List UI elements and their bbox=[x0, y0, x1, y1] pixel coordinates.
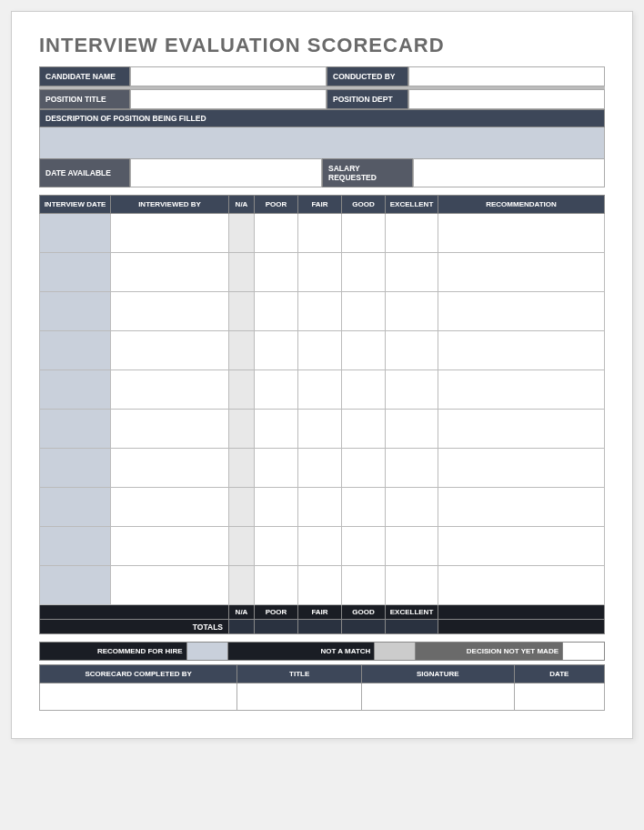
cell-poor[interactable] bbox=[255, 449, 298, 488]
cell-excellent[interactable] bbox=[386, 214, 438, 253]
cell-interview-date[interactable] bbox=[40, 527, 111, 566]
cell-recommendation[interactable] bbox=[438, 449, 605, 488]
cell-fair[interactable] bbox=[298, 449, 342, 488]
cell-excellent[interactable] bbox=[386, 253, 438, 292]
cell-excellent[interactable] bbox=[386, 292, 438, 331]
cell-excellent[interactable] bbox=[386, 449, 438, 488]
cell-excellent[interactable] bbox=[386, 566, 438, 605]
cell-na[interactable] bbox=[229, 214, 255, 253]
cell-interview-date[interactable] bbox=[40, 370, 111, 410]
cell-na[interactable] bbox=[229, 331, 255, 370]
input-completed-by[interactable] bbox=[40, 683, 237, 711]
input-position-title[interactable] bbox=[130, 89, 327, 109]
cell-good[interactable] bbox=[342, 449, 386, 488]
cell-fair[interactable] bbox=[298, 488, 342, 527]
cell-poor[interactable] bbox=[255, 410, 298, 449]
cell-recommendation[interactable] bbox=[438, 410, 605, 449]
input-conducted-by[interactable] bbox=[408, 66, 605, 86]
cell-interview-date[interactable] bbox=[40, 292, 111, 331]
cell-good[interactable] bbox=[342, 566, 386, 605]
input-signoff-title[interactable] bbox=[237, 683, 362, 711]
cell-interviewed-by[interactable] bbox=[111, 253, 229, 292]
cell-interviewed-by[interactable] bbox=[111, 410, 229, 449]
cell-recommendation[interactable] bbox=[438, 331, 605, 370]
cell-na[interactable] bbox=[229, 370, 255, 410]
input-signature[interactable] bbox=[361, 683, 514, 711]
cell-good[interactable] bbox=[342, 331, 386, 370]
cell-fair[interactable] bbox=[298, 527, 342, 566]
cell-interviewed-by[interactable] bbox=[111, 292, 229, 331]
cell-good[interactable] bbox=[342, 214, 386, 253]
input-candidate-name[interactable] bbox=[130, 66, 327, 86]
cell-poor[interactable] bbox=[255, 488, 298, 527]
input-date-available[interactable] bbox=[130, 158, 322, 187]
total-na[interactable] bbox=[229, 620, 255, 634]
cell-recommendation[interactable] bbox=[438, 292, 605, 331]
cell-interviewed-by[interactable] bbox=[111, 370, 229, 410]
cell-poor[interactable] bbox=[255, 253, 298, 292]
cell-recommendation[interactable] bbox=[438, 488, 605, 527]
cell-na[interactable] bbox=[229, 488, 255, 527]
cell-fair[interactable] bbox=[298, 410, 342, 449]
cell-interviewed-by[interactable] bbox=[111, 449, 229, 488]
input-position-dept[interactable] bbox=[408, 89, 605, 109]
checkbox-not-match[interactable] bbox=[375, 643, 416, 660]
cell-poor[interactable] bbox=[255, 370, 298, 410]
cell-na[interactable] bbox=[229, 527, 255, 566]
cell-fair[interactable] bbox=[298, 214, 342, 253]
cell-interviewed-by[interactable] bbox=[111, 331, 229, 370]
checkbox-not-yet[interactable] bbox=[563, 643, 604, 660]
cell-interviewed-by[interactable] bbox=[111, 214, 229, 253]
cell-fair[interactable] bbox=[298, 370, 342, 410]
cell-fair[interactable] bbox=[298, 292, 342, 331]
total-poor[interactable] bbox=[255, 620, 298, 634]
cell-good[interactable] bbox=[342, 253, 386, 292]
cell-good[interactable] bbox=[342, 370, 386, 410]
cell-excellent[interactable] bbox=[386, 370, 438, 410]
total-fair[interactable] bbox=[298, 620, 342, 634]
cell-recommendation[interactable] bbox=[438, 253, 605, 292]
cell-poor[interactable] bbox=[255, 214, 298, 253]
th-completed-by: SCORECARD COMPLETED BY bbox=[40, 665, 237, 683]
cell-na[interactable] bbox=[229, 253, 255, 292]
cell-poor[interactable] bbox=[255, 331, 298, 370]
cell-interview-date[interactable] bbox=[40, 410, 111, 449]
cell-good[interactable] bbox=[342, 410, 386, 449]
cell-interviewed-by[interactable] bbox=[111, 527, 229, 566]
cell-recommendation[interactable] bbox=[438, 566, 605, 605]
cell-na[interactable] bbox=[229, 566, 255, 605]
input-salary-requested[interactable] bbox=[413, 158, 605, 187]
cell-excellent[interactable] bbox=[386, 488, 438, 527]
cell-na[interactable] bbox=[229, 449, 255, 488]
cell-interviewed-by[interactable] bbox=[111, 488, 229, 527]
input-description[interactable] bbox=[39, 127, 605, 158]
cell-recommendation[interactable] bbox=[438, 370, 605, 410]
cell-poor[interactable] bbox=[255, 527, 298, 566]
total-good[interactable] bbox=[342, 620, 386, 634]
cell-na[interactable] bbox=[229, 292, 255, 331]
cell-recommendation[interactable] bbox=[438, 214, 605, 253]
cell-excellent[interactable] bbox=[386, 331, 438, 370]
input-signoff-date[interactable] bbox=[514, 683, 604, 711]
cell-good[interactable] bbox=[342, 292, 386, 331]
cell-good[interactable] bbox=[342, 527, 386, 566]
cell-interview-date[interactable] bbox=[40, 566, 111, 605]
cell-interview-date[interactable] bbox=[40, 214, 111, 253]
cell-poor[interactable] bbox=[255, 292, 298, 331]
cell-na[interactable] bbox=[229, 410, 255, 449]
cell-recommendation[interactable] bbox=[438, 527, 605, 566]
cell-fair[interactable] bbox=[298, 331, 342, 370]
total-excellent[interactable] bbox=[386, 620, 438, 634]
checkbox-recommend-hire[interactable] bbox=[187, 643, 228, 660]
cell-excellent[interactable] bbox=[386, 410, 438, 449]
cell-interview-date[interactable] bbox=[40, 449, 111, 488]
cell-interview-date[interactable] bbox=[40, 331, 111, 370]
cell-good[interactable] bbox=[342, 488, 386, 527]
cell-interviewed-by[interactable] bbox=[111, 566, 229, 605]
cell-poor[interactable] bbox=[255, 566, 298, 605]
cell-fair[interactable] bbox=[298, 253, 342, 292]
cell-fair[interactable] bbox=[298, 566, 342, 605]
cell-interview-date[interactable] bbox=[40, 253, 111, 292]
cell-excellent[interactable] bbox=[386, 527, 438, 566]
cell-interview-date[interactable] bbox=[40, 488, 111, 527]
